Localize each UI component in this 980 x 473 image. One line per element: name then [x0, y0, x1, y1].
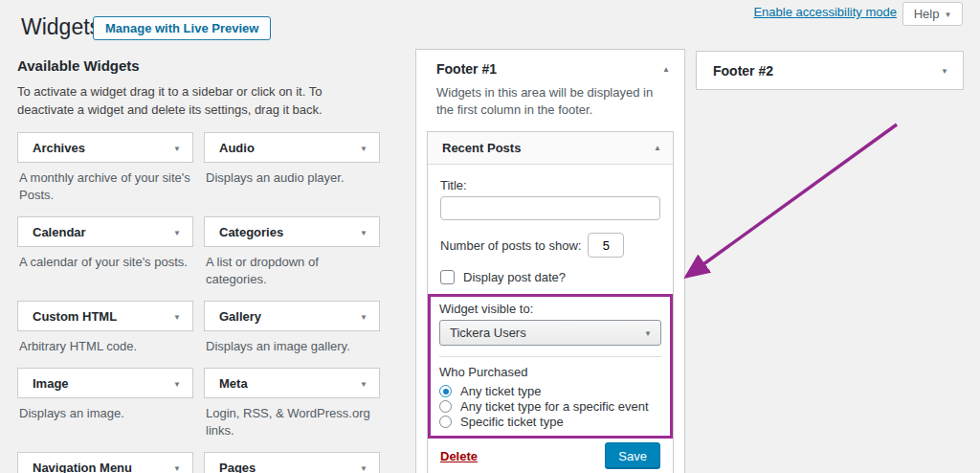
widget-card-categories[interactable]: Categories — [204, 216, 380, 247]
sidebar-footer-2[interactable]: Footer #2 — [696, 51, 964, 90]
widget-card-desc: Login, RSS, & WordPress.org links. — [206, 405, 378, 439]
widget-visible-to-select[interactable]: Tickera Users — [439, 320, 661, 346]
widget-card-title: Archives — [33, 141, 85, 155]
recent-posts-header[interactable]: Recent Posts — [428, 132, 673, 165]
widget-card-archives[interactable]: Archives — [17, 132, 193, 163]
available-widget-audio: Audio Displays an audio player. — [204, 132, 380, 216]
footer-2-title: Footer #2 — [713, 63, 773, 79]
radio-option-specific-ticket-type[interactable]: Specific ticket type — [439, 415, 661, 429]
footer-1-header[interactable]: Footer #1 — [427, 61, 674, 77]
chevron-down-icon[interactable] — [173, 380, 181, 389]
widget-card-desc: Displays an image. — [19, 405, 191, 422]
available-widget-archives: Archives A monthly archive of your site'… — [17, 132, 193, 216]
chevron-down-icon[interactable] — [941, 67, 948, 76]
save-button[interactable]: Save — [605, 442, 660, 469]
widget-card-title: Custom HTML — [33, 309, 117, 324]
widget-card-desc: A list or dropdown of categories. — [206, 254, 378, 288]
delete-link[interactable]: Delete — [440, 449, 478, 463]
chevron-up-icon[interactable] — [654, 144, 661, 152]
widget-card-image[interactable]: Image — [17, 368, 193, 398]
chevron-down-icon[interactable] — [173, 145, 181, 153]
widget-card-desc: A calendar of your site's posts. — [19, 254, 191, 271]
chevron-down-icon[interactable] — [360, 464, 368, 473]
display-post-date-label: Display post date? — [463, 270, 566, 284]
footer-1-description: Widgets in this area will be displayed i… — [436, 84, 664, 119]
visibility-highlight-box: Widget visible to: Tickera Users Who Pur… — [428, 294, 673, 439]
help-dropdown[interactable]: Help — [902, 2, 963, 26]
footer-1-title: Footer #1 — [436, 61, 497, 77]
display-post-date-checkbox[interactable] — [440, 270, 455, 284]
widget-card-title: Audio — [219, 141, 255, 155]
page-title: Widgets — [21, 13, 100, 40]
available-widget-meta: Meta Login, RSS, & WordPress.org links. — [204, 368, 380, 452]
available-widgets-grid: Archives A monthly archive of your site'… — [17, 132, 380, 473]
help-label: Help — [914, 7, 940, 21]
widget-card-navigation-menu[interactable]: Navigation Menu — [17, 452, 193, 473]
chevron-up-icon[interactable] — [662, 65, 670, 74]
recent-posts-title: Recent Posts — [442, 141, 521, 155]
selected-visibility-value: Tickera Users — [450, 326, 526, 340]
chevron-down-icon[interactable] — [173, 464, 181, 473]
available-widget-custom-html: Custom HTML Arbitrary HTML code. — [17, 301, 193, 368]
enable-accessibility-mode-link[interactable]: Enable accessibility mode — [753, 5, 897, 19]
widget-visible-to-label: Widget visible to: — [439, 302, 661, 316]
chevron-down-icon[interactable] — [360, 380, 368, 389]
widget-card-desc: Displays an image gallery. — [206, 338, 378, 355]
widget-card-pages[interactable]: Pages — [204, 452, 380, 473]
widget-card-title: Navigation Menu — [33, 461, 132, 473]
radio-label: Specific ticket type — [460, 415, 564, 429]
widget-card-custom-html[interactable]: Custom HTML — [17, 301, 193, 331]
available-widgets-section: Available Widgets To activate a widget d… — [17, 57, 380, 473]
radio-icon[interactable] — [439, 416, 452, 428]
available-widget-navigation-menu: Navigation Menu — [17, 452, 193, 473]
radio-option-any-ticket-type[interactable]: Any ticket type — [439, 384, 661, 398]
widget-card-desc: A monthly archive of your site's Posts. — [19, 169, 191, 204]
available-widgets-intro: To activate a widget drag it to a sideba… — [17, 82, 371, 119]
widget-card-meta[interactable]: Meta — [204, 368, 380, 398]
widget-card-title: Gallery — [219, 309, 261, 324]
title-input[interactable] — [440, 196, 660, 220]
num-posts-label: Number of posts to show: — [440, 238, 581, 253]
available-widget-gallery: Gallery Displays an image gallery. — [204, 301, 380, 368]
available-widget-pages: Pages — [204, 452, 380, 473]
manage-live-preview-button[interactable]: Manage with Live Preview — [93, 16, 271, 40]
chevron-down-icon[interactable] — [360, 229, 368, 237]
divider — [439, 356, 661, 357]
recent-posts-form: Title: Number of posts to show: Display … — [428, 165, 673, 473]
chevron-down-icon[interactable] — [173, 229, 181, 237]
chevron-down-icon[interactable] — [360, 145, 368, 153]
radio-label: Any ticket type — [460, 384, 542, 398]
chevron-down-icon — [644, 329, 652, 338]
title-field-label: Title: — [440, 178, 660, 192]
chevron-down-icon[interactable] — [173, 313, 181, 322]
available-widgets-heading: Available Widgets — [17, 57, 380, 74]
widget-card-title: Pages — [219, 461, 256, 473]
widget-card-calendar[interactable]: Calendar — [17, 216, 193, 247]
available-widget-image: Image Displays an image. — [17, 368, 193, 452]
chevron-down-icon[interactable] — [360, 313, 368, 322]
widget-card-desc: Arbitrary HTML code. — [19, 338, 191, 355]
recent-posts-widget: Recent Posts Title: Number of posts to s… — [427, 131, 674, 473]
radio-selected-icon[interactable] — [439, 385, 452, 397]
widget-card-title: Calendar — [33, 225, 86, 239]
radio-option-any-ticket-specific-event[interactable]: Any ticket type for a specific event — [439, 399, 661, 414]
available-widget-categories: Categories A list or dropdown of categor… — [204, 216, 380, 301]
radio-label: Any ticket type for a specific event — [460, 399, 649, 414]
available-widget-calendar: Calendar A calendar of your site's posts… — [17, 216, 193, 301]
radio-icon[interactable] — [439, 400, 452, 413]
who-purchased-label: Who Purchased — [439, 365, 661, 379]
widget-card-desc: Displays an audio player. — [206, 169, 378, 187]
sidebar-footer-1: Footer #1 Widgets in this area will be d… — [415, 49, 685, 473]
chevron-down-icon — [944, 11, 951, 19]
widget-card-audio[interactable]: Audio — [204, 132, 380, 163]
widget-card-title: Image — [33, 376, 69, 391]
widget-card-title: Meta — [219, 376, 248, 391]
widget-card-title: Categories — [219, 225, 283, 239]
widget-card-gallery[interactable]: Gallery — [204, 301, 380, 331]
num-posts-input[interactable] — [588, 233, 624, 258]
